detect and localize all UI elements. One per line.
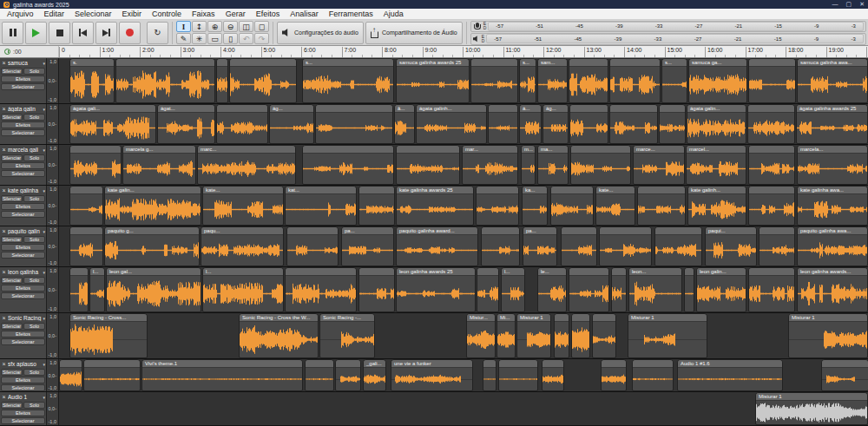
clip-title[interactable]: â...: [395, 105, 414, 113]
track-lane[interactable]: ágata gali...ágat...ág...â...ágata galin…: [59, 104, 868, 144]
clip-title[interactable]: [569, 268, 608, 276]
audio-clip[interactable]: kate...: [595, 186, 635, 226]
audio-clip[interactable]: Misturar 1: [516, 313, 551, 358]
audio-clip[interactable]: [748, 145, 795, 185]
audio-clip[interactable]: Sonic Racing - Cross...: [69, 313, 148, 358]
audio-clip[interactable]: ma...: [537, 145, 569, 185]
audio-clip[interactable]: [358, 186, 395, 226]
track-name[interactable]: marcela gali: [8, 147, 42, 153]
clip-title[interactable]: [359, 268, 394, 276]
chevron-down-icon[interactable]: ▾: [43, 362, 45, 367]
audio-clip[interactable]: [69, 226, 103, 266]
audio-clip[interactable]: l...: [501, 267, 525, 312]
track-vertical-scale[interactable]: 1,00,0--1,0: [47, 359, 59, 391]
audio-clip[interactable]: Mi...: [496, 313, 516, 358]
clip-title[interactable]: leon galinha awards...: [798, 268, 867, 276]
clip-title[interactable]: [593, 314, 615, 322]
clip-title[interactable]: s.: [70, 59, 114, 67]
audio-clip[interactable]: [609, 58, 661, 103]
audio-clip[interactable]: Misturar 1: [755, 392, 868, 425]
clip-title[interactable]: [602, 360, 626, 368]
menu-exibir[interactable]: Exibir: [117, 9, 148, 19]
audio-clip[interactable]: s...: [519, 58, 536, 103]
clip-title[interactable]: m...: [522, 146, 535, 154]
clip-title[interactable]: marc...: [198, 146, 295, 154]
zoom-selection-button[interactable]: ◫: [239, 21, 253, 32]
audio-clip[interactable]: [488, 104, 518, 144]
clip-title[interactable]: ágat...: [158, 105, 214, 113]
clip-title[interactable]: marce...: [634, 146, 684, 154]
audio-clip[interactable]: [554, 313, 569, 358]
draw-button[interactable]: ✎: [176, 33, 191, 44]
solo-button[interactable]: Solo: [23, 369, 45, 376]
audio-clip[interactable]: [821, 359, 868, 391]
maximize-button[interactable]: ▢: [846, 1, 852, 8]
clip-title[interactable]: paqui...: [706, 227, 756, 235]
audio-clip[interactable]: [747, 104, 795, 144]
audio-clip[interactable]: pa...: [341, 226, 394, 266]
clip-title[interactable]: _gali...: [364, 360, 385, 368]
chevron-down-icon[interactable]: ▾: [43, 316, 45, 321]
select-button[interactable]: Selecionar: [1, 292, 45, 299]
clip-title[interactable]: l...: [502, 268, 524, 276]
chevron-down-icon[interactable]: ▾: [43, 270, 45, 275]
audio-clip[interactable]: [481, 226, 520, 266]
track-name[interactable]: Audio 1: [8, 394, 42, 400]
track-close-button[interactable]: ×: [1, 361, 7, 368]
redo-button[interactable]: ↷: [254, 33, 269, 44]
clip-title[interactable]: leon galin...: [697, 268, 746, 276]
track-close-button[interactable]: ×: [1, 228, 7, 235]
clip-title[interactable]: ág...: [543, 105, 568, 113]
track-name[interactable]: kate galinha: [8, 187, 42, 193]
audio-clip[interactable]: marce...: [633, 145, 685, 185]
clip-title[interactable]: pa...: [523, 227, 556, 235]
audio-clip[interactable]: [229, 58, 297, 103]
track-vertical-scale[interactable]: 1,00,0--1,0: [47, 267, 59, 312]
audio-clip[interactable]: [335, 359, 361, 391]
audio-clip[interactable]: l...: [202, 267, 284, 312]
audio-clip[interactable]: á...: [519, 104, 542, 144]
solo-button[interactable]: Solo: [23, 236, 45, 243]
clip-title[interactable]: Mistur...: [467, 314, 495, 322]
effects-button[interactable]: Efeitos: [1, 331, 45, 338]
clip-title[interactable]: [397, 146, 459, 154]
track-vertical-scale[interactable]: 1,00,0--1,0: [47, 104, 59, 144]
select-button[interactable]: Selecionar: [1, 252, 45, 259]
clip-title[interactable]: [84, 360, 140, 368]
track-vertical-scale[interactable]: 1,00,0--1,0: [47, 226, 59, 266]
audio-clip[interactable]: samuca ga...: [688, 58, 747, 103]
audio-clip[interactable]: [476, 186, 519, 226]
undo-button[interactable]: ↶: [239, 33, 253, 44]
pause-button[interactable]: [2, 22, 23, 44]
menu-arquivo[interactable]: Arquivo: [2, 9, 39, 19]
track-close-button[interactable]: ×: [1, 60, 7, 67]
clip-title[interactable]: [749, 59, 795, 67]
clip-title[interactable]: paquito galinha awa...: [798, 227, 867, 235]
audio-clip[interactable]: [684, 267, 694, 312]
audio-clip[interactable]: leon...: [628, 267, 682, 312]
clip-title[interactable]: [638, 187, 685, 194]
audio-clip[interactable]: [561, 226, 597, 266]
clip-title[interactable]: kate galin...: [105, 187, 201, 194]
track-close-button[interactable]: ×: [1, 315, 7, 322]
clip-title[interactable]: leon gal...: [107, 268, 201, 276]
menu-gerar[interactable]: Gerar: [220, 9, 251, 19]
audio-clip[interactable]: [632, 359, 674, 391]
track-lane[interactable]: Vivi's theme.1_gali...une vie a funkerAu…: [59, 359, 868, 391]
playback-meter[interactable]: E D -57-51-45-39-33-27-21-15-9-3: [470, 33, 866, 45]
audio-clip[interactable]: [83, 359, 141, 391]
clip-title[interactable]: l...: [203, 268, 283, 276]
audio-clip[interactable]: paqui...: [705, 226, 757, 266]
effects-button[interactable]: Efeitos: [1, 410, 45, 416]
select-button[interactable]: Selecionar: [1, 170, 45, 177]
track-lane[interactable]: kate galin...kate...kat...kate galinha a…: [59, 186, 868, 226]
track-lane[interactable]: Misturar 1: [59, 392, 868, 425]
clip-title[interactable]: [685, 268, 694, 276]
mute-button[interactable]: Silenciar: [1, 277, 23, 284]
track-name[interactable]: Sonic Racing: [8, 315, 42, 321]
audio-clip[interactable]: [285, 267, 357, 312]
menu-selecionar[interactable]: Selecionar: [69, 9, 117, 19]
menu-ferramentas[interactable]: Ferramentas: [324, 9, 378, 19]
audio-clip[interactable]: ágata gali...: [69, 104, 156, 144]
clip-title[interactable]: le...: [538, 268, 566, 276]
